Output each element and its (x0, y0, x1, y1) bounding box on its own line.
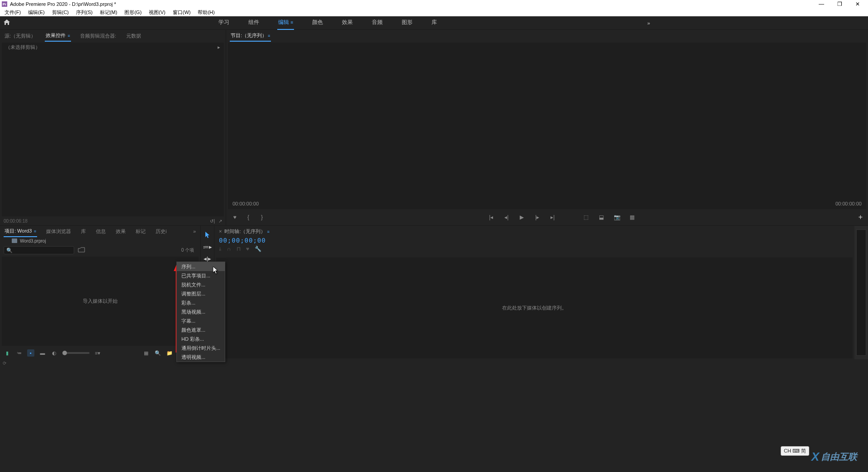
menu-item[interactable]: 剪辑(C) (49, 9, 71, 16)
project-panel-tab[interactable]: 项目: Word3 ≡ (4, 226, 37, 237)
ripple-edit-tool-icon[interactable]: ◂|▸ (203, 255, 212, 262)
source-panel-tab[interactable]: 元数据 (125, 31, 142, 41)
in-point-icon[interactable]: { (245, 214, 251, 220)
project-panel-tab[interactable]: 信息 (95, 226, 107, 237)
import-hint: 导入媒体以开始 (83, 298, 118, 305)
timeline-timecode[interactable]: 00;00;00;00 (219, 237, 850, 244)
loop-icon[interactable]: ↺| (210, 219, 215, 224)
program-tab[interactable]: 节目:（无序列）≡ (230, 30, 271, 42)
close-tab-icon[interactable]: × (219, 229, 222, 234)
effect-controls-header: （未选择剪辑） ▸ (2, 43, 224, 52)
minimize-button[interactable]: — (818, 1, 825, 7)
project-tabs-overflow[interactable]: » (192, 227, 197, 236)
context-menu-item[interactable]: 序列... (177, 262, 225, 271)
maximize-button[interactable]: ❐ (836, 1, 843, 7)
linked-selection-icon[interactable]: ∩ (227, 246, 231, 252)
zoom-slider[interactable] (62, 352, 90, 354)
search-input[interactable]: 🔍 (4, 246, 74, 254)
workspace-tab[interactable]: 学习 (218, 16, 230, 30)
source-panel-tab[interactable]: 效果控件 ≡ (45, 30, 71, 42)
close-button[interactable]: ✕ (854, 1, 861, 7)
source-panel-tab[interactable]: 源:（无剪辑） (4, 31, 37, 41)
go-to-out-icon[interactable]: ▸| (550, 214, 556, 220)
program-time-left: 00:00:00:00 (232, 201, 259, 206)
panel-menu-icon[interactable]: ▸ (218, 44, 220, 50)
icon-view-icon[interactable]: ≔ (15, 350, 23, 356)
sync-status-icon[interactable]: ⟳ (3, 361, 6, 366)
program-monitor[interactable]: 00:00:00:00 00:00:00:00 (228, 43, 866, 209)
project-panel-tab[interactable]: 库 (80, 226, 87, 237)
context-menu-item[interactable]: 黑场视频... (177, 307, 225, 316)
play-icon[interactable]: ▶ (519, 214, 525, 220)
marker-add-icon[interactable]: ⊓ (237, 246, 241, 252)
export-frame-icon[interactable]: 📷 (614, 214, 620, 220)
menu-item[interactable]: 文件(F) (2, 9, 24, 16)
context-menu-item[interactable]: 字幕... (177, 316, 225, 325)
workspace-tab[interactable]: 效果 (341, 16, 354, 30)
program-time-right: 00:00:00:00 (835, 201, 862, 206)
workspace-tab[interactable]: 库 (431, 16, 438, 30)
context-menu-item[interactable]: 彩条... (177, 298, 225, 307)
context-menu-item[interactable]: 调整图层... (177, 289, 225, 298)
context-menu-item[interactable]: HD 彩条... (177, 334, 225, 343)
new-bin-icon[interactable]: 📁 (166, 350, 173, 356)
context-menu-item[interactable]: 透明视频... (177, 353, 225, 362)
export-frame-icon[interactable]: ↗ (218, 219, 222, 224)
wrench-icon[interactable]: 🔧 (255, 246, 261, 252)
workspace-tab[interactable]: 编辑≡ (277, 16, 294, 30)
bin-toggle-icon[interactable] (78, 247, 86, 253)
source-body (2, 52, 224, 216)
selection-tool-icon[interactable] (203, 231, 212, 238)
timeline-drop-area[interactable]: 在此处放下媒体以创建序列。 (216, 257, 853, 358)
thumbnail-view-icon[interactable]: ▬ (39, 350, 46, 356)
out-point-icon[interactable]: } (259, 214, 265, 220)
extract-icon[interactable]: ⬓ (598, 214, 605, 220)
context-menu-item[interactable]: 脱机文件... (177, 280, 225, 289)
menu-item[interactable]: 标记(M) (97, 9, 120, 16)
marker-icon[interactable]: ♥ (232, 214, 238, 220)
track-select-tool-icon[interactable]: ≔▸ (203, 243, 212, 250)
timeline-tab[interactable]: 时间轴:（无序列） ≡ (224, 228, 269, 235)
menu-item[interactable]: 编辑(E) (25, 9, 47, 16)
find-icon[interactable]: 🔍 (154, 350, 161, 356)
source-panel-tab[interactable]: 音频剪辑混合器: (79, 31, 117, 41)
freeform-view-icon[interactable]: ▪ (27, 349, 34, 357)
home-button[interactable] (0, 19, 14, 27)
context-menu-item[interactable]: 已共享项目... (177, 271, 225, 280)
menu-item[interactable]: 图形(G) (122, 9, 144, 16)
ime-indicator[interactable]: CH ⌨ 简 (781, 446, 809, 456)
item-count: 0 个项 (181, 247, 197, 253)
comparison-view-icon[interactable]: ▦ (629, 214, 636, 220)
workspace-tab[interactable]: 音频 (371, 16, 384, 30)
settings-icon[interactable]: ♥ (246, 246, 249, 252)
workspace-tab[interactable]: 颜色 (311, 16, 324, 30)
workspace-tab[interactable]: 图形 (401, 16, 413, 30)
menu-item[interactable]: 窗口(W) (170, 9, 194, 16)
step-forward-icon[interactable]: |▸ (534, 214, 541, 220)
step-back-icon[interactable]: ◂| (503, 214, 510, 220)
lift-icon[interactable]: ⬚ (583, 214, 589, 220)
folder-icon (12, 238, 17, 243)
workspace-tab[interactable]: 组件 (247, 16, 260, 30)
project-panel-tab[interactable]: 标记 (135, 226, 147, 237)
automate-seq-icon[interactable]: ▦ (142, 350, 150, 356)
audio-meter[interactable] (854, 226, 868, 359)
context-menu-item[interactable]: 颜色遮罩... (177, 325, 225, 334)
project-panel-tab[interactable]: 历史i (155, 226, 167, 237)
sort-menu-icon[interactable]: ≡▾ (94, 350, 101, 356)
snap-icon[interactable]: ⫰ (219, 246, 222, 252)
menu-item[interactable]: 帮助(H) (195, 9, 217, 16)
project-panel-tab[interactable]: 媒体浏览器 (45, 226, 72, 237)
project-panel-tab[interactable]: 效果 (115, 226, 127, 237)
watermark: X 自由互联 (811, 450, 857, 464)
project-bin[interactable]: 导入媒体以开始 (2, 257, 199, 346)
window-title: Adobe Premiere Pro 2020 - D:\pr\Word3.pr… (10, 1, 818, 7)
workspace-overflow[interactable]: » (642, 20, 655, 26)
sort-icon[interactable]: ◐ (51, 350, 58, 356)
context-menu-item[interactable]: 通用倒计时片头... (177, 343, 225, 353)
menu-item[interactable]: 视图(V) (146, 9, 168, 16)
add-button-icon[interactable]: + (859, 213, 863, 221)
list-view-icon[interactable]: ▮ (4, 350, 11, 356)
menu-item[interactable]: 序列(S) (73, 9, 95, 16)
go-to-in-icon[interactable]: |◂ (488, 214, 494, 220)
